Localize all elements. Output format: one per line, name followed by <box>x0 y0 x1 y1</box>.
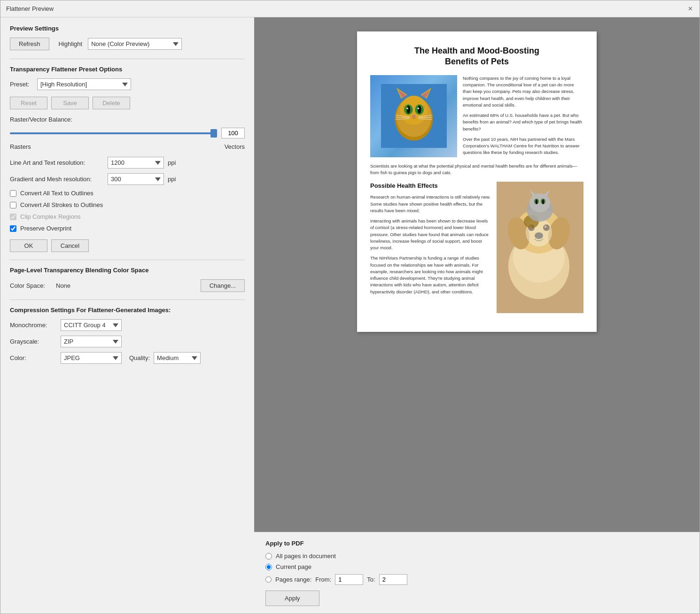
rv-labels-row: Rasters Vectors <box>10 143 245 150</box>
preset-buttons-row: Reset Save Delete <box>10 97 245 109</box>
apply-button[interactable]: Apply <box>265 591 319 606</box>
svg-point-40 <box>536 200 537 204</box>
gradient-ppi: ppi <box>168 176 176 183</box>
gradient-select[interactable]: 300 150 72 <box>108 173 164 185</box>
ok-cancel-row: OK Cancel <box>10 239 245 252</box>
tf-preset-section: Transparency Flattener Preset Options Pr… <box>10 66 245 109</box>
convert-text-row: Convert All Text to Outlines <box>10 190 245 197</box>
highlight-select[interactable]: None (Color Preview) Transparent Objects… <box>88 38 182 50</box>
article-body-text: Scientists are looking at what the poten… <box>370 163 583 177</box>
window-title: Flattener Preview <box>6 5 54 12</box>
save-button[interactable]: Save <box>51 97 89 109</box>
convert-strokes-label: Convert All Strokes to Outlines <box>20 201 103 208</box>
svg-point-6 <box>406 106 410 114</box>
rasters-label: Rasters <box>10 143 31 150</box>
left-panel: Preview Settings Refresh Highlight None … <box>0 17 254 614</box>
quality-label: Quality: <box>129 354 150 361</box>
preserve-overprint-label: Preserve Overprint <box>20 225 71 232</box>
convert-text-checkbox[interactable] <box>10 190 16 197</box>
svg-point-8 <box>406 107 408 109</box>
color-space-label: Color Space: <box>10 282 52 289</box>
color-row: Color: JPEG ZIP LZW None Quality: Low Me… <box>10 352 245 364</box>
preserve-overprint-checkbox[interactable] <box>10 225 16 232</box>
all-pages-radio[interactable] <box>265 553 272 560</box>
svg-point-7 <box>417 106 421 114</box>
clip-complex-checkbox <box>10 214 16 220</box>
preview-settings-title: Preview Settings <box>10 25 245 32</box>
monochrome-row: Monochrome: CCITT Group 4 CCITT Group 3 … <box>10 319 245 331</box>
color-label: Color: <box>10 354 57 361</box>
to-label: To: <box>367 576 375 583</box>
slider-thumb[interactable] <box>210 129 217 138</box>
convert-strokes-checkbox[interactable] <box>10 202 16 208</box>
preset-row: Preset: [High Resolution] [Medium Resolu… <box>10 78 245 90</box>
convert-strokes-row: Convert All Strokes to Outlines <box>10 201 245 208</box>
compression-section: Compression Settings For Flattener-Gener… <box>10 307 245 364</box>
apply-section: Apply to PDF All pages in document Curre… <box>254 532 700 614</box>
grayscale-select[interactable]: ZIP JPEG LZW None <box>61 336 122 347</box>
cat-svg <box>381 83 447 149</box>
effects-para1: Research on human-animal interactions is… <box>370 194 491 214</box>
effects-para2: Interacting with animals has been shown … <box>370 218 491 251</box>
from-label: From: <box>315 576 331 583</box>
grayscale-label: Grayscale: <box>10 338 57 345</box>
page-preview: The Health and Mood-BoostingBenefits of … <box>357 31 597 332</box>
current-page-radio[interactable] <box>265 564 272 570</box>
tf-title: Transparency Flattener Preset Options <box>10 66 245 73</box>
raster-vector-section: Raster/Vector Balance: 100 Rasters Vecto… <box>10 116 245 150</box>
gradient-row: Gradient and Mesh resolution: 300 150 72… <box>10 173 245 185</box>
article-intro-text: Nothing compares to the joy of coming ho… <box>463 75 583 157</box>
gradient-label: Gradient and Mesh resolution: <box>10 176 104 183</box>
color-select[interactable]: JPEG ZIP LZW None <box>61 352 122 364</box>
slider-fill <box>10 132 217 134</box>
preserve-overprint-row: Preserve Overprint <box>10 225 245 232</box>
clip-complex-row: Clip Complex Regions <box>10 213 245 220</box>
from-input[interactable] <box>335 574 363 585</box>
refresh-button[interactable]: Refresh <box>10 38 49 50</box>
to-input[interactable] <box>379 574 407 585</box>
change-button[interactable]: Change... <box>201 279 245 292</box>
reset-button[interactable]: Reset <box>10 97 47 109</box>
dog-cat-svg <box>497 182 583 313</box>
line-art-row: Line Art and Text resolution: 1200 600 3… <box>10 157 245 169</box>
cat-image <box>370 75 457 157</box>
slider-value-input[interactable]: 100 <box>221 128 245 138</box>
right-panel: The Health and Mood-BoostingBenefits of … <box>254 17 700 614</box>
divider-3 <box>10 299 245 300</box>
article-title: The Health and Mood-BoostingBenefits of … <box>370 46 583 68</box>
page-level-section: Page-Level Transparency Blending Color S… <box>10 267 245 292</box>
ok-button[interactable]: OK <box>10 239 47 252</box>
monochrome-label: Monochrome: <box>10 322 57 329</box>
effects-title: Possible Health Effects <box>370 182 491 190</box>
svg-point-10 <box>412 115 416 117</box>
pages-range-radio[interactable] <box>265 576 272 583</box>
color-space-value: None <box>56 282 197 289</box>
page-level-title: Page-Level Transparency Blending Color S… <box>10 267 245 274</box>
intro-para3: Over the past 10 years, NIH has partnere… <box>463 136 583 156</box>
title-bar: Flattener Preview ✕ <box>0 0 700 17</box>
preview-area: The Health and Mood-BoostingBenefits of … <box>254 17 700 532</box>
monochrome-select[interactable]: CCITT Group 4 CCITT Group 3 ZIP LZW None <box>61 319 122 331</box>
slider-track[interactable] <box>10 132 217 134</box>
color-space-row: Color Space: None Change... <box>10 279 245 292</box>
rv-label: Raster/Vector Balance: <box>10 116 245 123</box>
intro-para1: Nothing compares to the joy of coming ho… <box>463 75 583 108</box>
divider-2 <box>10 260 245 260</box>
grayscale-row: Grayscale: ZIP JPEG LZW None <box>10 336 245 347</box>
line-art-select[interactable]: 1200 600 300 150 <box>108 157 164 169</box>
close-button[interactable]: ✕ <box>686 5 694 13</box>
quality-select[interactable]: Low Medium High Maximum <box>154 352 201 364</box>
effects-text-col: Possible Health Effects Research on huma… <box>370 182 491 313</box>
preview-row: Refresh Highlight None (Color Preview) T… <box>10 38 245 50</box>
convert-text-label: Convert All Text to Outlines <box>20 190 93 197</box>
current-page-label: Current page <box>276 563 311 570</box>
cancel-button[interactable]: Cancel <box>51 239 89 252</box>
line-art-ppi: ppi <box>168 159 176 166</box>
article-top-section: Nothing compares to the joy of coming ho… <box>370 75 583 157</box>
clip-complex-label: Clip Complex Regions <box>20 213 81 220</box>
delete-button[interactable]: Delete <box>93 97 130 109</box>
preset-select[interactable]: [High Resolution] [Medium Resolution] [L… <box>37 78 131 90</box>
preview-settings-section: Preview Settings Refresh Highlight None … <box>10 25 245 50</box>
compression-title: Compression Settings For Flattener-Gener… <box>10 307 245 314</box>
flattener-preview-window: Flattener Preview ✕ Preview Settings Ref… <box>0 0 700 614</box>
